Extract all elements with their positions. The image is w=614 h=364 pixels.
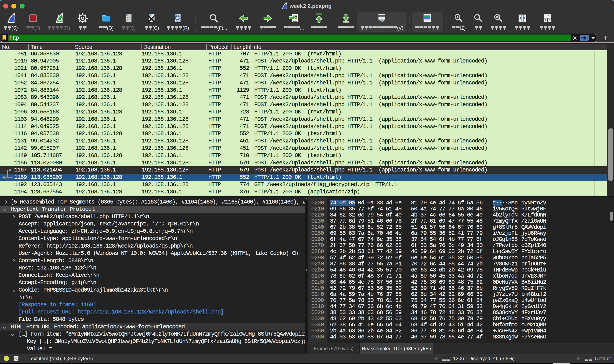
svg-text:01110: 01110	[176, 20, 181, 22]
svg-text:01110: 01110	[127, 20, 132, 22]
svg-text:3: 3	[549, 19, 550, 22]
svg-text:1: 1	[548, 15, 550, 18]
svg-text:2: 2	[545, 19, 546, 22]
